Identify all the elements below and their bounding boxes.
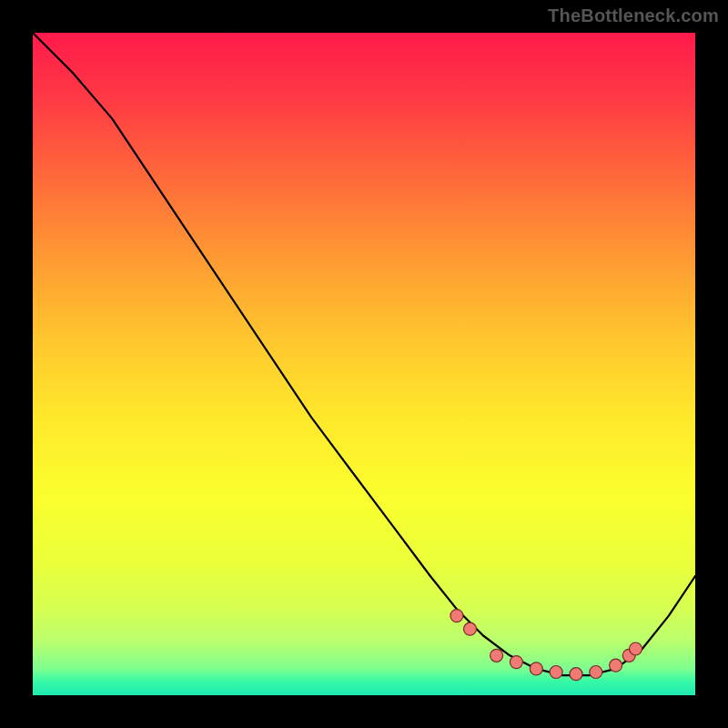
curve-marker	[610, 659, 622, 672]
curve-markers	[450, 610, 642, 681]
curve-marker	[530, 662, 542, 675]
bottleneck-curve	[33, 33, 695, 675]
curve-layer	[33, 33, 695, 695]
curve-marker	[550, 666, 562, 679]
chart-frame: TheBottleneck.com	[0, 0, 728, 728]
curve-marker	[464, 622, 477, 635]
curve-marker	[590, 666, 602, 679]
curve-marker	[630, 642, 642, 655]
curve-marker	[510, 656, 522, 669]
curve-marker	[450, 610, 463, 622]
curve-marker	[490, 649, 503, 662]
plot-area	[33, 33, 695, 695]
watermark-text: TheBottleneck.com	[548, 5, 719, 26]
curve-marker	[570, 668, 582, 681]
